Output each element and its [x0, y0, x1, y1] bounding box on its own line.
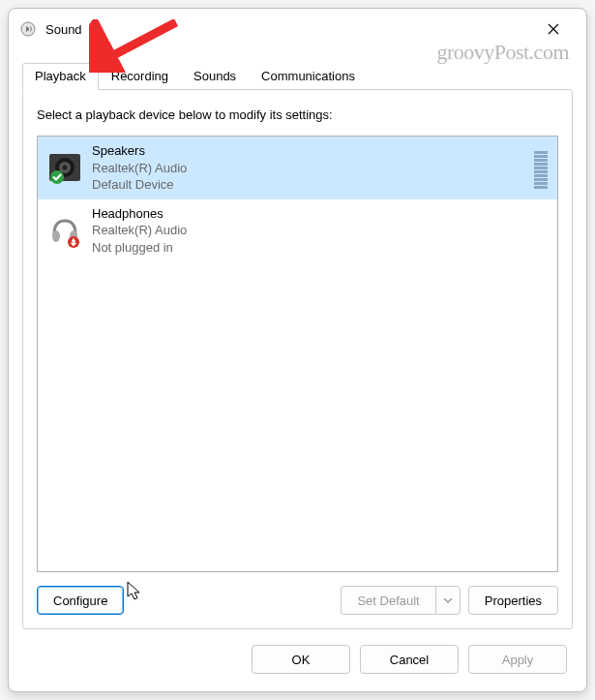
device-status: Not plugged in: [92, 239, 548, 257]
titlebar: Sound: [9, 9, 586, 49]
tab-sounds[interactable]: Sounds: [181, 63, 249, 89]
device-info: Speakers Realtek(R) Audio Default Device: [92, 142, 524, 194]
configure-button[interactable]: Configure: [37, 586, 124, 615]
tab-communications[interactable]: Communications: [249, 63, 368, 89]
device-driver: Realtek(R) Audio: [92, 222, 548, 239]
ok-button[interactable]: OK: [252, 645, 350, 674]
device-driver: Realtek(R) Audio: [92, 160, 524, 177]
tab-strip: Playback Recording Sounds Communications: [9, 63, 586, 89]
device-row-speakers[interactable]: Speakers Realtek(R) Audio Default Device: [38, 137, 557, 199]
tab-recording[interactable]: Recording: [99, 63, 181, 89]
instruction-text: Select a playback device below to modify…: [37, 107, 558, 122]
dialog-button-row: OK Cancel Apply: [9, 639, 586, 691]
set-default-button[interactable]: Set Default: [341, 586, 434, 615]
device-name: Headphones: [92, 205, 548, 223]
device-info: Headphones Realtek(R) Audio Not plugged …: [92, 205, 548, 257]
apply-button[interactable]: Apply: [468, 645, 567, 674]
sound-app-icon: [20, 21, 36, 37]
chevron-down-icon: [444, 598, 452, 603]
device-list[interactable]: Speakers Realtek(R) Audio Default Device: [37, 136, 558, 572]
vu-meter-icon: [534, 146, 548, 189]
sound-dialog: Sound groovyPost.com Playback Recording …: [8, 8, 587, 692]
close-icon: [548, 23, 559, 35]
window-title: Sound: [45, 22, 532, 37]
device-name: Speakers: [92, 142, 524, 160]
device-status: Default Device: [92, 176, 524, 194]
device-row-headphones[interactable]: Headphones Realtek(R) Audio Not plugged …: [38, 199, 557, 262]
set-default-split-button: Set Default: [341, 586, 460, 615]
playback-panel: Select a playback device below to modify…: [22, 89, 573, 629]
properties-button[interactable]: Properties: [468, 586, 558, 615]
svg-point-6: [52, 230, 60, 242]
svg-point-4: [63, 166, 68, 170]
headphones-icon: [47, 213, 82, 248]
close-button[interactable]: [532, 15, 575, 44]
speaker-icon: [47, 150, 82, 185]
panel-button-row: Configure Set Default Properties: [37, 586, 558, 615]
set-default-dropdown[interactable]: [435, 586, 461, 615]
tab-playback[interactable]: Playback: [22, 63, 99, 90]
cancel-button[interactable]: Cancel: [360, 645, 459, 674]
